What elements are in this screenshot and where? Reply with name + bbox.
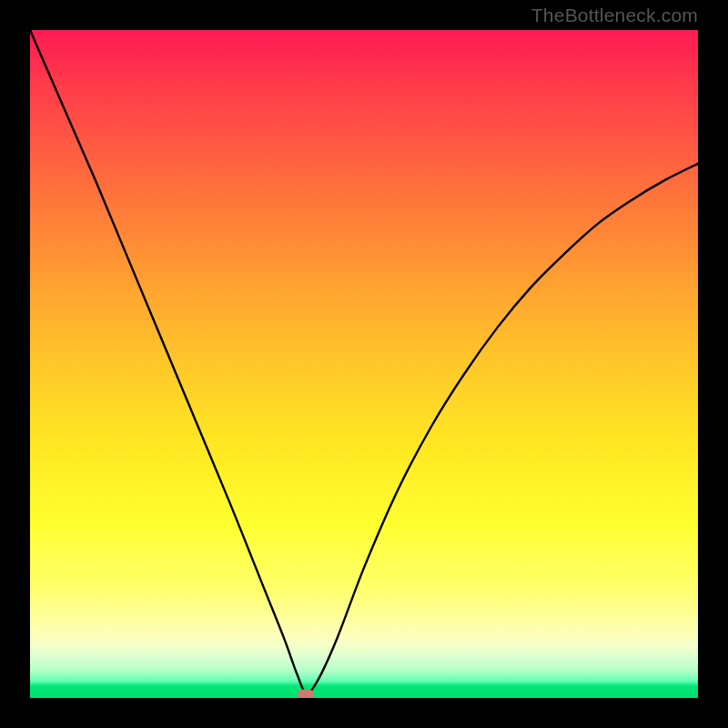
minimum-marker bbox=[298, 689, 314, 698]
chart-frame: TheBottleneck.com bbox=[0, 0, 728, 728]
watermark-text: TheBottleneck.com bbox=[531, 5, 698, 26]
plot-area bbox=[30, 30, 698, 698]
bottleneck-curve bbox=[30, 30, 698, 698]
